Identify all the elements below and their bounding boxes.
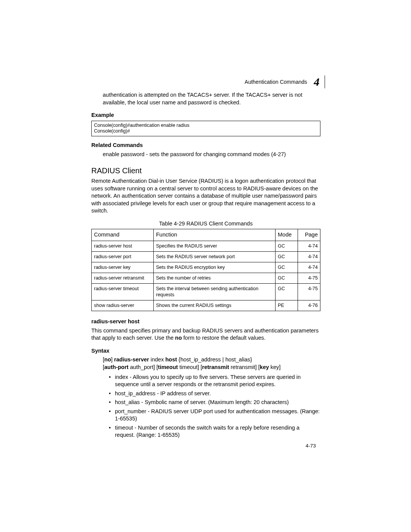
- page-header: Authentication Commands 4: [245, 74, 325, 90]
- list-item: host_ip_address - IP address of server.: [109, 390, 320, 398]
- table-row: radius-server key Sets the RADIUS encryp…: [92, 262, 320, 273]
- related-commands-text: enable password - sets the password for …: [103, 151, 320, 158]
- cell-mode: GC: [276, 251, 298, 262]
- cell-function: Sets the RADIUS server network port: [154, 251, 276, 262]
- cell-page: 4-74: [298, 262, 320, 273]
- col-mode: Mode: [276, 229, 298, 241]
- syntax-bullet-list: index - Allows you to specify up to five…: [109, 374, 320, 439]
- table-row: radius-server retransmit Sets the number…: [92, 273, 320, 283]
- header-title: Authentication Commands: [245, 78, 307, 86]
- col-page: Page: [298, 229, 320, 241]
- page: Authentication Commands 4 authentication…: [0, 0, 411, 532]
- commands-table: Command Function Mode Page radius-server…: [91, 229, 320, 311]
- section-title: RADIUS Client: [91, 166, 320, 176]
- cmd-text-2: form to restore the default values.: [182, 335, 266, 341]
- cell-function: Sets the number of retries: [154, 273, 276, 283]
- command-heading: radius-server host: [91, 318, 320, 326]
- table-row: show radius-server Shows the current RAD…: [92, 300, 320, 311]
- syntax-line-1: [no] radius-server index host {host_ip_a…: [103, 356, 320, 371]
- table-header-row: Command Function Mode Page: [92, 229, 320, 241]
- cell-page: 4-75: [298, 273, 320, 283]
- cell-function: Specifies the RADIUS server: [154, 241, 276, 252]
- header-divider: [325, 75, 325, 88]
- col-command: Command: [92, 229, 154, 241]
- cell-command: radius-server port: [92, 251, 154, 262]
- cell-command: radius-server timeout: [92, 283, 154, 300]
- list-item: host_alias - Symbolic name of server. (M…: [109, 399, 320, 406]
- table-row: radius-server port Sets the RADIUS serve…: [92, 251, 320, 262]
- related-commands-heading: Related Commands: [91, 142, 320, 149]
- list-item: port_number - RADIUS server UDP port use…: [109, 408, 320, 423]
- cell-function: Shows the current RADIUS settings: [154, 300, 276, 311]
- syntax-heading: Syntax: [91, 347, 320, 355]
- example-heading: Example: [91, 112, 320, 119]
- cell-page: 4-74: [298, 241, 320, 252]
- cell-command: show radius-server: [92, 300, 154, 311]
- page-number: 4-73: [306, 443, 316, 449]
- table-caption: Table 4-29 RADIUS Client Commands: [91, 220, 320, 228]
- cell-command: radius-server host: [92, 241, 154, 252]
- cell-mode: GC: [276, 283, 298, 300]
- cell-mode: GC: [276, 262, 298, 273]
- cell-mode: PE: [276, 300, 298, 311]
- col-function: Function: [154, 229, 276, 241]
- example-box: Console(config)#authentication enable ra…: [91, 121, 320, 136]
- table-row: radius-server host Specifies the RADIUS …: [92, 241, 320, 252]
- section-text: Remote Authentication Dial-in User Servi…: [91, 177, 320, 215]
- command-description: This command specifies primary and backu…: [91, 327, 320, 342]
- list-item: index - Allows you to specify up to five…: [109, 374, 320, 388]
- cell-page: 4-75: [298, 283, 320, 300]
- table-row: radius-server timeout Sets the interval …: [92, 283, 320, 300]
- cell-command: radius-server key: [92, 262, 154, 273]
- cell-function: Sets the interval between sending authen…: [154, 283, 276, 300]
- intro-paragraph: authentication is attempted on the TACAC…: [103, 91, 320, 106]
- cell-mode: GC: [276, 273, 298, 283]
- page-content: authentication is attempted on the TACAC…: [91, 91, 320, 441]
- cell-command: radius-server retransmit: [92, 273, 154, 283]
- cell-page: 4-74: [298, 251, 320, 262]
- cmd-text-bold: no: [175, 335, 182, 341]
- cell-mode: GC: [276, 241, 298, 252]
- cell-page: 4-76: [298, 300, 320, 311]
- chapter-number: 4: [312, 74, 321, 90]
- list-item: timeout - Number of seconds the switch w…: [109, 424, 320, 439]
- cell-function: Sets the RADIUS encryption key: [154, 262, 276, 273]
